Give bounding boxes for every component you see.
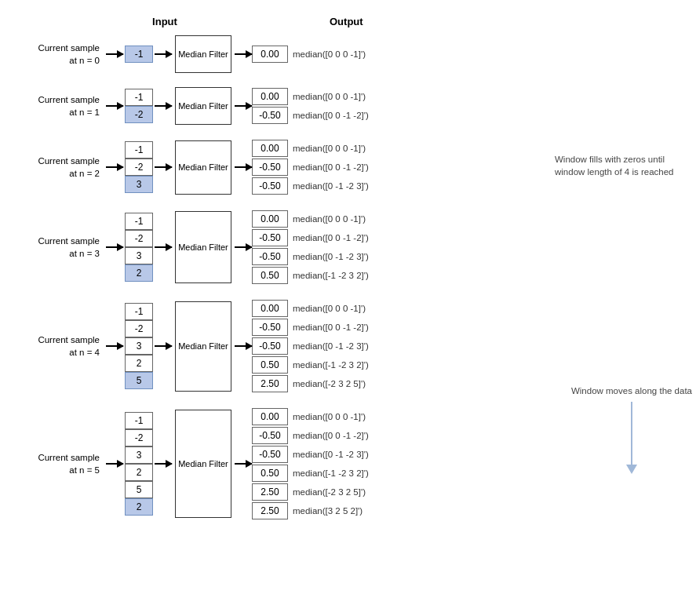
output-label-n4-0: median([0 0 0 -1]') <box>293 304 366 313</box>
input-cell-n1-1: -2 <box>125 106 153 123</box>
output-label-n1-0: median([0 0 0 -1]') <box>293 92 366 101</box>
output-cell-n5-0: 0.00 <box>252 408 288 425</box>
filter-box-n0: Median Filter <box>175 35 231 73</box>
output-row-n3-1: -0.50median([0 0 -1 -2]') <box>252 229 369 246</box>
input-cell-n5-0: -1 <box>125 412 153 429</box>
filter-box-n1: Median Filter <box>175 87 231 125</box>
output-label-n5-5: median([3 2 5 2]') <box>293 506 363 516</box>
diagram-row-n1: Current sampleat n = 1-1-2Median Filter0… <box>8 87 688 125</box>
diagram-row-n4: Current sampleat n = 4-1-2325Median Filt… <box>8 299 688 393</box>
output-label-n2-0: median([0 0 0 -1]') <box>293 144 366 153</box>
output-row-n4-0: 0.00median([0 0 0 -1]') <box>252 300 366 317</box>
diagram-row-n0: Current sampleat n = 0-1Median Filter0.0… <box>8 35 688 73</box>
arrow-from-filter-n5 <box>235 463 252 465</box>
output-cell-n5-5: 2.50 <box>252 502 288 519</box>
output-label-n5-1: median([0 0 -1 -2]') <box>293 431 369 440</box>
arrow-to-filter-n5 <box>155 463 172 465</box>
label-n3: Current sampleat n = 3 <box>8 235 106 260</box>
filter-box-n5: Median Filter <box>175 410 231 518</box>
output-label-n2-1: median([0 0 -1 -2]') <box>293 162 369 172</box>
input-cell-n5-1: -2 <box>125 429 153 447</box>
output-cell-n3-3: 0.50 <box>252 267 288 284</box>
output-label-n4-2: median([0 -1 -2 3]') <box>293 341 369 351</box>
output-cell-n5-2: -0.50 <box>252 446 288 463</box>
output-row-n3-2: -0.50median([0 -1 -2 3]') <box>252 248 369 265</box>
output-row-n2-2: -0.50median([0 -1 -2 3]') <box>252 177 369 195</box>
output-cell-n1-0: 0.00 <box>252 88 288 105</box>
output-cell-n4-0: 0.00 <box>252 300 288 317</box>
output-cell-n1-1: -0.50 <box>252 107 288 124</box>
output-row-n5-1: -0.50median([0 0 -1 -2]') <box>252 427 369 444</box>
output-cell-n2-1: -0.50 <box>252 159 288 176</box>
arrow-to-filter-n0 <box>155 53 172 55</box>
input-cell-n5-3: 2 <box>125 464 153 481</box>
output-row-n1-0: 0.00median([0 0 0 -1]') <box>252 88 366 105</box>
output-cell-n5-4: 2.50 <box>252 483 288 501</box>
arrow-in-n3 <box>106 246 123 248</box>
output-row-n4-2: -0.50median([0 -1 -2 3]') <box>252 337 369 355</box>
input-cell-n4-3: 2 <box>125 355 153 372</box>
output-row-n3-3: 0.50median([-1 -2 3 2]') <box>252 267 369 284</box>
arrow-from-filter-n3 <box>235 246 252 248</box>
output-stack-n3: 0.00median([0 0 0 -1]')-0.50median([0 0 … <box>252 210 369 285</box>
arrow-in-n4 <box>106 345 123 347</box>
header-row: Input Output <box>8 16 688 27</box>
output-label-n4-3: median([-1 -2 3 2]') <box>293 360 369 370</box>
output-row-n4-3: 0.50median([-1 -2 3 2]') <box>252 356 369 374</box>
output-label-n4-1: median([0 0 -1 -2]') <box>293 323 369 332</box>
arrow-in-n2 <box>106 166 123 168</box>
input-stack-n0: -1 <box>123 46 155 63</box>
arrow-in-n0 <box>106 53 123 55</box>
output-cell-n3-1: -0.50 <box>252 229 288 246</box>
arrow-in-n1 <box>106 105 123 107</box>
output-stack-n4: 0.00median([0 0 0 -1]')-0.50median([0 0 … <box>252 299 369 393</box>
input-cell-n3-3: 2 <box>125 264 153 282</box>
output-row-n5-5: 2.50median([3 2 5 2]') <box>252 502 363 519</box>
output-label-n3-0: median([0 0 0 -1]') <box>293 214 366 224</box>
input-cell-n3-1: -2 <box>125 230 153 247</box>
input-stack-n1: -1-2 <box>123 89 155 123</box>
annotation-window-moves: Window moves along the data <box>571 385 692 474</box>
input-cell-n4-4: 5 <box>125 372 153 389</box>
input-cell-n4-2: 3 <box>125 337 153 355</box>
output-cell-n2-2: -0.50 <box>252 177 288 195</box>
label-n1: Current sampleat n = 1 <box>8 93 106 118</box>
output-row-n2-1: -0.50median([0 0 -1 -2]') <box>252 159 369 176</box>
input-cell-n2-1: -2 <box>125 159 153 176</box>
label-n2: Current sampleat n = 2 <box>8 155 106 180</box>
output-cell-n5-1: -0.50 <box>252 427 288 444</box>
output-row-n2-0: 0.00median([0 0 0 -1]') <box>252 140 366 157</box>
input-cell-n4-1: -2 <box>125 320 153 337</box>
main-diagram: Input Output Current sampleat n = 0-1Med… <box>0 0 696 550</box>
output-row-n1-1: -0.50median([0 0 -1 -2]') <box>252 107 369 124</box>
output-row-n5-0: 0.00median([0 0 0 -1]') <box>252 408 366 425</box>
arrow-from-filter-n0 <box>235 53 252 55</box>
output-label-n1-1: median([0 0 -1 -2]') <box>293 111 369 120</box>
arrow-to-filter-n3 <box>155 246 172 248</box>
output-cell-n3-2: -0.50 <box>252 248 288 265</box>
output-row-n5-4: 2.50median([-2 3 2 5]') <box>252 483 366 501</box>
output-label-n2-2: median([0 -1 -2 3]') <box>293 181 369 191</box>
output-row-n5-3: 0.50median([-1 -2 3 2]') <box>252 465 369 482</box>
label-n5: Current sampleat n = 5 <box>8 451 106 476</box>
input-header: Input <box>110 16 220 27</box>
output-cell-n4-1: -0.50 <box>252 319 288 336</box>
output-label-n4-4: median([-2 3 2 5]') <box>293 379 366 388</box>
arrow-from-filter-n4 <box>235 345 252 347</box>
output-label-n5-2: median([0 -1 -2 3]') <box>293 450 369 459</box>
input-cell-n0-0: -1 <box>125 46 153 63</box>
input-cell-n2-2: 3 <box>125 176 153 193</box>
output-stack-n1: 0.00median([0 0 0 -1]')-0.50median([0 0 … <box>252 87 369 125</box>
output-cell-n0-0: 0.00 <box>252 46 288 63</box>
filter-box-n3: Median Filter <box>175 211 231 283</box>
arrow-from-filter-n1 <box>235 105 252 107</box>
output-stack-n5: 0.00median([0 0 0 -1]')-0.50median([0 0 … <box>252 407 369 520</box>
output-header: Output <box>330 16 363 27</box>
input-cell-n3-2: 3 <box>125 247 153 264</box>
output-row-n4-1: -0.50median([0 0 -1 -2]') <box>252 319 369 336</box>
output-label-n3-3: median([-1 -2 3 2]') <box>293 271 369 280</box>
arrow-in-n5 <box>106 463 123 465</box>
output-row-n4-4: 2.50median([-2 3 2 5]') <box>252 375 366 392</box>
output-stack-n2: 0.00median([0 0 0 -1]')-0.50median([0 0 … <box>252 139 369 195</box>
input-cell-n5-4: 5 <box>125 481 153 498</box>
